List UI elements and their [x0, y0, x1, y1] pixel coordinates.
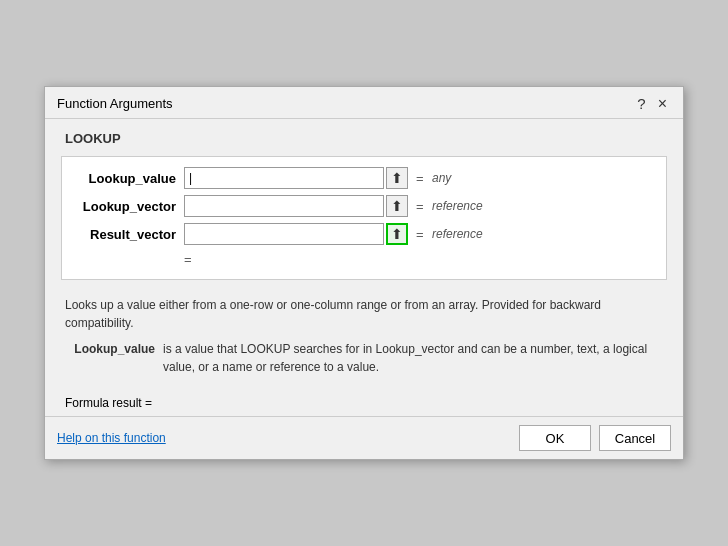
lookup-value-input-wrap: ⬆ = any [184, 167, 654, 189]
dialog-body: LOOKUP Lookup_value ⬆ = any Lookup_vecto… [45, 119, 683, 416]
lookup-vector-equals: = [416, 199, 428, 214]
description-param-text: is a value that LOOKUP searches for in L… [163, 340, 663, 376]
result-vector-equals: = [416, 227, 428, 242]
help-link[interactable]: Help on this function [57, 431, 166, 445]
arg-row-result-vector: Result_vector ⬆ = reference [74, 223, 654, 245]
result-vector-input-wrap: ⬆ = reference [184, 223, 654, 245]
lookup-value-label: Lookup_value [74, 171, 184, 186]
title-bar: Function Arguments ? × [45, 87, 683, 119]
function-name-label: LOOKUP [61, 131, 667, 146]
empty-equals-row: = [74, 251, 654, 267]
lookup-vector-collapse-btn[interactable]: ⬆ [386, 195, 408, 217]
result-vector-input[interactable] [184, 223, 384, 245]
lookup-value-equals: = [416, 171, 428, 186]
lookup-vector-input[interactable] [184, 195, 384, 217]
dialog-title: Function Arguments [57, 96, 173, 111]
lookup-vector-label: Lookup_vector [74, 199, 184, 214]
empty-equals-sign: = [184, 252, 192, 267]
lookup-vector-input-wrap: ⬆ = reference [184, 195, 654, 217]
arg-row-lookup-value: Lookup_value ⬆ = any [74, 167, 654, 189]
formula-result: Formula result = [61, 388, 667, 416]
description-main: Looks up a value either from a one-row o… [65, 296, 663, 332]
lookup-value-collapse-btn[interactable]: ⬆ [386, 167, 408, 189]
lookup-vector-result: reference [432, 199, 483, 213]
args-section: Lookup_value ⬆ = any Lookup_vector ⬆ = r… [61, 156, 667, 280]
description-param-name: Lookup_value [65, 340, 155, 376]
ok-button[interactable]: OK [519, 425, 591, 451]
help-button[interactable]: ? [637, 95, 645, 112]
cancel-button[interactable]: Cancel [599, 425, 671, 451]
footer-buttons: OK Cancel [519, 425, 671, 451]
result-vector-result: reference [432, 227, 483, 241]
title-bar-controls: ? × [637, 95, 671, 112]
lookup-value-result: any [432, 171, 451, 185]
result-vector-label: Result_vector [74, 227, 184, 242]
close-button[interactable]: × [654, 96, 671, 112]
lookup-value-input[interactable] [184, 167, 384, 189]
result-vector-collapse-btn[interactable]: ⬆ [386, 223, 408, 245]
function-arguments-dialog: Function Arguments ? × LOOKUP Lookup_val… [44, 86, 684, 460]
arg-row-lookup-vector: Lookup_vector ⬆ = reference [74, 195, 654, 217]
dialog-footer: Help on this function OK Cancel [45, 416, 683, 459]
description-param: Lookup_value is a value that LOOKUP sear… [65, 340, 663, 376]
description-section: Looks up a value either from a one-row o… [61, 290, 667, 382]
